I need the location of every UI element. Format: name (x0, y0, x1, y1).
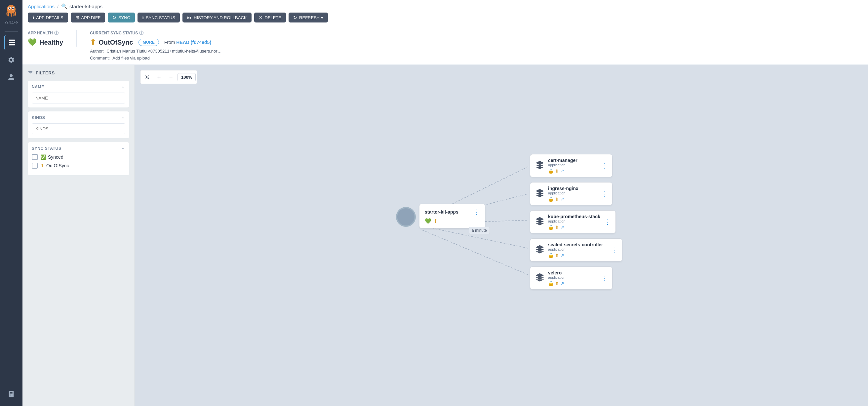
filter-icon (28, 70, 33, 75)
kinds-collapse-icon[interactable] (121, 115, 125, 120)
sidebar-item-applications[interactable] (4, 35, 19, 50)
svg-rect-6 (9, 42, 14, 43)
outofsync-filter-label: ⬆ OutOfSync (40, 163, 69, 168)
link-icon-sealed[interactable]: ↗ (560, 253, 564, 258)
filters-header: FILTERS (28, 70, 129, 75)
refresh-button[interactable]: ↻ REFRESH ▾ (288, 12, 328, 23)
delete-icon: ✕ (259, 15, 263, 20)
link-icon-velero[interactable]: ↗ (560, 281, 564, 286)
link-icon-ingress[interactable]: ↗ (560, 196, 564, 202)
app-card-cert-manager[interactable]: cert-manager application 🔒 ⬆ ↗ ⋮ (530, 154, 613, 177)
sync-info-icon[interactable]: ⓘ (139, 30, 144, 36)
app-card-sealed-secrets[interactable]: sealed-secrets-controller application 🔒 … (530, 238, 622, 261)
sealed-secrets-title: sealed-secrets-controller (548, 242, 608, 247)
zoom-out-icon: − (169, 74, 173, 81)
refresh-icon: ↻ (293, 15, 297, 20)
search-icon: 🔍 (61, 3, 67, 9)
breadcrumb-applications[interactable]: Applications (28, 4, 55, 9)
fit-view-button[interactable] (142, 72, 152, 82)
app-card-ingress-nginx[interactable]: ingress-nginx application 🔒 ⬆ ↗ ⋮ (530, 182, 613, 205)
fit-icon (145, 74, 150, 80)
synced-filter-label: ✅ Synced (40, 154, 63, 160)
comment-row: Comment: Add files via upload (90, 56, 863, 61)
name-filter-section: NAME (28, 81, 129, 107)
divider (76, 30, 77, 46)
sync-icon: ↻ (113, 15, 116, 20)
app-details-label: APP DETAILS (36, 15, 63, 20)
velero-menu[interactable]: ⋮ (601, 274, 608, 282)
zoom-out-button[interactable]: − (165, 72, 176, 82)
filters-panel: FILTERS NAME KINDS (23, 65, 135, 406)
sync-status-label: CURRENT SYNC STATUS ⓘ (90, 30, 863, 36)
sync-button[interactable]: ↻ SYNC (108, 12, 135, 23)
sync-status-filter-header: SYNC STATUS (32, 146, 125, 151)
source-circle-node[interactable] (396, 207, 416, 227)
layers-icon-ingress (535, 188, 545, 199)
delete-button[interactable]: ✕ DELETE (254, 12, 286, 23)
main-node-menu[interactable]: ⋮ (473, 208, 479, 216)
velero-info: velero application 🔒 ⬆ ↗ (548, 270, 598, 286)
kinds-filter-input[interactable] (32, 123, 125, 134)
app-diff-label: APP DIFF (81, 15, 100, 20)
sidebar-item-user[interactable] (4, 70, 19, 84)
name-filter-input[interactable] (32, 93, 125, 103)
sync-icon-prometheus: ⬆ (555, 224, 559, 230)
sync-status-button[interactable]: ℹ SYNC STATUS (137, 12, 180, 23)
main-app-node[interactable]: starter-kit-apps ⋮ 💚 ⬆ (419, 204, 485, 228)
outofsync-checkbox[interactable] (32, 163, 38, 168)
main-node-sync-icon: ⬆ (433, 218, 438, 224)
more-button[interactable]: MORE (138, 39, 159, 46)
synced-checkbox[interactable] (32, 154, 38, 160)
sidebar-version: v2.3.1+b (5, 21, 18, 24)
kube-prometheus-title: kube-prometheus-stack (548, 214, 601, 219)
sync-status-filter-section: SYNC STATUS ✅ Synced ⬆ Out (28, 142, 129, 175)
link-icon-prometheus[interactable]: ↗ (560, 224, 564, 230)
graph-area: + − 100% (135, 65, 868, 406)
sidebar-divider (5, 31, 18, 32)
sync-icon-ingress: ⬆ (555, 196, 559, 202)
main-node-health-icon: 💚 (425, 218, 431, 224)
sync-status-collapse-icon[interactable] (121, 146, 125, 151)
outofsync-filter-row: ⬆ OutOfSync (32, 163, 125, 168)
name-collapse-icon[interactable] (121, 85, 125, 89)
svg-point-3 (9, 8, 10, 9)
sync-label: SYNC (118, 15, 130, 20)
sealed-secrets-menu[interactable]: ⋮ (611, 246, 617, 254)
kube-prometheus-menu[interactable]: ⋮ (604, 218, 611, 226)
header: Applications / 🔍 starter-kit-apps ℹ APP … (23, 0, 868, 26)
app-health-value: 💚 Healthy (28, 38, 63, 46)
head-link[interactable]: HEAD (fd74ed5) (176, 40, 211, 45)
app-diff-button[interactable]: ⊞ APP DIFF (71, 12, 105, 23)
graph-controls: + − 100% (140, 70, 197, 84)
app-card-kube-prometheus[interactable]: kube-prometheus-stack application 🔒 ⬆ ↗ … (530, 210, 616, 233)
cert-manager-menu[interactable]: ⋮ (601, 162, 608, 169)
sync-icon-cert: ⬆ (555, 168, 559, 174)
lock-icon-ingress: 🔒 (548, 196, 554, 202)
app-card-velero[interactable]: velero application 🔒 ⬆ ↗ ⋮ (530, 267, 613, 290)
layers-icon-prometheus (535, 216, 545, 227)
ingress-nginx-info: ingress-nginx application 🔒 ⬆ ↗ (548, 186, 598, 202)
delete-label: DELETE (265, 15, 282, 20)
cert-manager-info: cert-manager application 🔒 ⬆ ↗ (548, 158, 598, 174)
ingress-nginx-menu[interactable]: ⋮ (601, 190, 608, 198)
sidebar-item-docs[interactable] (4, 387, 19, 401)
history-rollback-button[interactable]: ⏮ HISTORY AND ROLLBACK (182, 12, 251, 23)
sealed-secrets-sub: application (548, 247, 608, 251)
zoom-in-icon: + (157, 74, 161, 81)
link-icon-cert[interactable]: ↗ (560, 168, 564, 174)
author-row: Author: Cristian Marius Tiutiu <87305211… (90, 49, 863, 54)
zoom-in-button[interactable]: + (154, 72, 164, 82)
kinds-filter-title: KINDS (32, 115, 45, 120)
history-icon: ⏮ (187, 15, 192, 20)
name-filter-title: NAME (32, 85, 44, 89)
sidebar-item-settings[interactable] (4, 53, 19, 67)
svg-rect-5 (9, 40, 14, 41)
sync-out-icon: ⬆ (90, 38, 96, 46)
sync-status-row: ⬆ OutOfSync MORE From HEAD (fd74ed5) (90, 38, 863, 46)
lock-icon-sealed: 🔒 (548, 253, 554, 258)
lock-icon-prometheus: 🔒 (548, 224, 554, 230)
app-details-button[interactable]: ℹ APP DETAILS (28, 12, 68, 23)
zoom-level: 100% (178, 73, 196, 81)
health-info-icon[interactable]: ⓘ (54, 30, 59, 36)
sync-status-label: SYNC STATUS (146, 15, 175, 20)
